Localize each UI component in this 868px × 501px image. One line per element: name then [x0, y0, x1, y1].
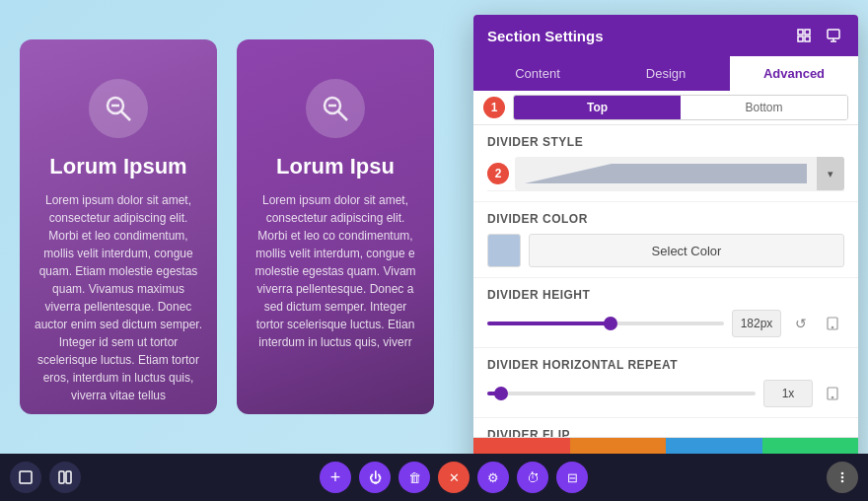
svg-point-15	[832, 326, 832, 327]
divider-color-section: Divider Color Select Color	[473, 202, 858, 278]
badge-2: 2	[487, 163, 509, 184]
divider-height-row: 182px ↺	[487, 310, 844, 337]
divider-repeat-thumb[interactable]	[494, 387, 508, 400]
divider-flip-section: Divider Flip	[473, 418, 858, 437]
divider-style-section: Divider Style 2 ▾	[473, 125, 858, 202]
card-1: Lorum Ipsum Lorem ipsum dolor sit amet, …	[20, 39, 217, 414]
bottom-toolbar: + ⏻ 🗑 ✕ ⚙ ⏱ ⊟	[0, 454, 868, 501]
divider-height-label: Divider Height	[487, 288, 844, 302]
divider-height-track[interactable]	[487, 322, 724, 325]
divider-repeat-value: 1x	[763, 380, 813, 407]
divider-repeat-label: Divider Horizontal Repeat	[487, 358, 844, 372]
resize-icon[interactable]	[793, 25, 815, 46]
divider-style-select[interactable]: ▾	[515, 157, 844, 190]
more-button[interactable]	[827, 462, 858, 493]
tab-advanced[interactable]: Advanced	[730, 56, 858, 91]
divider-preview	[515, 157, 817, 190]
card-1-text: Lorem ipsum dolor sit amet, consectetur …	[20, 191, 217, 404]
divider-height-thumb[interactable]	[604, 317, 617, 330]
divider-height-reset[interactable]: ↺	[789, 312, 813, 335]
divider-color-row: Select Color	[487, 234, 844, 267]
panel-tabs: Content Design Advanced	[473, 56, 858, 91]
svg-point-21	[841, 472, 844, 475]
card-1-icon	[89, 79, 148, 138]
svg-point-23	[841, 480, 844, 483]
svg-rect-7	[805, 30, 810, 35]
layout-icon-btn[interactable]	[10, 462, 41, 493]
style-select-arrow[interactable]: ▾	[817, 157, 844, 190]
columns-icon-btn[interactable]	[49, 462, 81, 493]
divider-height-value: 182px	[732, 310, 781, 337]
sub-tabs: Top Bottom	[513, 95, 848, 120]
pin-icon[interactable]	[823, 25, 844, 46]
panel-header: Section Settings	[473, 15, 858, 56]
timer-button[interactable]: ⏱	[517, 462, 548, 493]
panel-header-icons	[793, 25, 844, 46]
select-color-button[interactable]: Select Color	[529, 234, 844, 267]
svg-rect-6	[798, 30, 803, 35]
card-2-text: Lorem ipsum dolor sit amet, consectetur …	[237, 191, 434, 351]
divider-height-section: Divider Height 182px ↺	[473, 278, 858, 348]
svg-rect-19	[59, 471, 64, 483]
badge-1: 1	[483, 97, 505, 118]
svg-rect-8	[798, 36, 803, 41]
svg-marker-13	[525, 164, 807, 183]
svg-line-4	[338, 111, 347, 120]
divider-repeat-device[interactable]	[821, 382, 844, 405]
add-button[interactable]: +	[320, 462, 351, 493]
sub-tabs-row: 1 Top Bottom	[473, 91, 858, 125]
svg-point-22	[841, 476, 844, 479]
tab-design[interactable]: Design	[602, 56, 730, 91]
power-button[interactable]: ⏻	[359, 462, 391, 493]
close-button[interactable]: ✕	[438, 462, 470, 493]
divider-repeat-row: 1x	[487, 380, 844, 407]
divider-repeat-track[interactable]	[487, 392, 756, 395]
divider-color-label: Divider Color	[487, 212, 844, 226]
card-2-title: Lorum Ipsu	[264, 154, 406, 179]
sub-tab-bottom[interactable]: Bottom	[681, 96, 847, 119]
card-2-icon	[306, 79, 365, 138]
card-2: Lorum Ipsu Lorem ipsum dolor sit amet, c…	[237, 39, 434, 414]
divider-repeat-section: Divider Horizontal Repeat 1x	[473, 348, 858, 418]
sliders-button[interactable]: ⊟	[556, 462, 588, 493]
divider-flip-label: Divider Flip	[487, 428, 844, 437]
divider-style-label: Divider Style	[487, 135, 844, 149]
panel-body: 1 Top Bottom Divider Style 2 ▾	[473, 91, 858, 437]
svg-rect-9	[805, 36, 810, 41]
svg-line-1	[121, 111, 130, 120]
sub-tab-top[interactable]: Top	[514, 96, 681, 119]
tab-content[interactable]: Content	[473, 56, 602, 91]
settings-button[interactable]: ⚙	[477, 462, 509, 493]
divider-height-device[interactable]	[821, 312, 844, 335]
svg-rect-18	[20, 471, 32, 483]
svg-rect-10	[828, 30, 839, 38]
panel-title: Section Settings	[487, 28, 604, 44]
trash-button[interactable]: 🗑	[398, 462, 430, 493]
divider-height-fill	[487, 322, 611, 325]
svg-point-17	[832, 396, 832, 397]
svg-rect-20	[66, 471, 71, 483]
color-swatch[interactable]	[487, 234, 521, 267]
divider-style-row: 2 ▾	[487, 157, 844, 191]
card-1-title: Lorum Ipsum	[37, 154, 198, 179]
settings-panel: Section Settings Content Design	[473, 15, 858, 480]
